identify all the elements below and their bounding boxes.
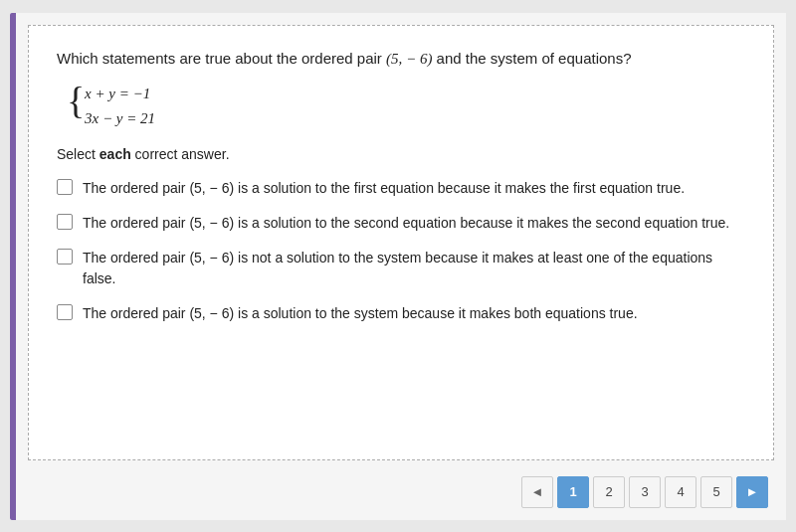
page-4-button[interactable]: 4 xyxy=(665,476,696,508)
option4-text: The ordered pair (5, − 6) is a solution … xyxy=(83,303,638,324)
next-button[interactable]: ► xyxy=(736,476,768,508)
option3-text: The ordered pair (5, − 6) is not a solut… xyxy=(83,248,745,289)
option2-text: The ordered pair (5, − 6) is a solution … xyxy=(83,213,729,234)
page-5-button[interactable]: 5 xyxy=(700,476,732,508)
list-item: The ordered pair (5, − 6) is a solution … xyxy=(57,303,745,324)
select-label-after: correct answer. xyxy=(131,146,230,162)
select-label: Select each correct answer. xyxy=(57,146,745,162)
checkbox-option3[interactable] xyxy=(57,249,73,265)
select-label-before: Select xyxy=(57,146,100,162)
checkbox-option1[interactable] xyxy=(57,179,73,195)
checkbox-option2[interactable] xyxy=(57,214,73,230)
prev-button[interactable]: ◄ xyxy=(521,476,553,508)
equation1: x + y = −1 xyxy=(85,82,745,107)
checkbox-option4[interactable] xyxy=(57,304,73,320)
ordered-pair-inline: (5, − 6) xyxy=(386,51,432,67)
select-label-bold: each xyxy=(100,146,131,162)
list-item: The ordered pair (5, − 6) is a solution … xyxy=(57,178,745,199)
equations-block: { x + y = −1 3x − y = 21 xyxy=(67,82,745,132)
question-card: Which statements are true about the orde… xyxy=(28,25,774,460)
brace-icon: { xyxy=(67,82,85,119)
outer-container: Which statements are true about the orde… xyxy=(10,13,786,520)
left-accent-bar xyxy=(10,13,16,520)
question-text-before: Which statements are true about the orde… xyxy=(57,50,386,67)
page-3-button[interactable]: 3 xyxy=(629,476,661,508)
question-text-after: and the system of equations? xyxy=(432,50,631,67)
page-2-button[interactable]: 2 xyxy=(593,476,625,508)
list-item: The ordered pair (5, − 6) is not a solut… xyxy=(57,248,745,289)
pagination: ◄ 1 2 3 4 5 ► xyxy=(22,476,768,508)
list-item: The ordered pair (5, − 6) is a solution … xyxy=(57,213,745,234)
equation2: 3x − y = 21 xyxy=(85,106,745,132)
option1-text: The ordered pair (5, − 6) is a solution … xyxy=(83,178,685,199)
question-text: Which statements are true about the orde… xyxy=(57,50,745,68)
page-1-button[interactable]: 1 xyxy=(557,476,589,508)
options-list: The ordered pair (5, − 6) is a solution … xyxy=(57,178,745,324)
